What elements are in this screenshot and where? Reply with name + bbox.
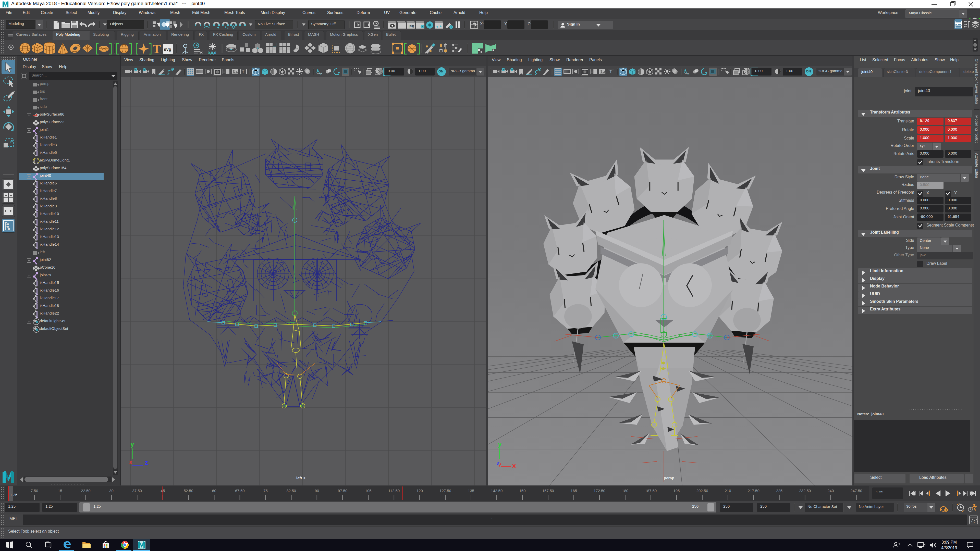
svg-text:7.50: 7.50 bbox=[30, 489, 38, 493]
svg-text:157.50: 157.50 bbox=[542, 489, 554, 493]
svg-text:172.50: 172.50 bbox=[593, 489, 605, 493]
svg-text:22.50: 22.50 bbox=[81, 489, 91, 493]
svg-text:IPR: IPR bbox=[409, 24, 414, 28]
svg-text:142.50: 142.50 bbox=[491, 489, 503, 493]
svg-text:127.50: 127.50 bbox=[439, 489, 451, 493]
svg-text:150: 150 bbox=[519, 489, 525, 493]
svg-text:T: T bbox=[242, 70, 245, 74]
svg-text:187.50: 187.50 bbox=[645, 489, 657, 493]
svg-text:225: 225 bbox=[776, 489, 783, 493]
svg-text:202.50: 202.50 bbox=[697, 489, 708, 493]
svg-text:x: x bbox=[129, 458, 133, 466]
svg-text:232.50: 232.50 bbox=[799, 489, 811, 493]
svg-text:165: 165 bbox=[571, 489, 577, 493]
svg-text:60: 60 bbox=[212, 489, 216, 493]
svg-text:195: 195 bbox=[673, 489, 679, 493]
svg-text:67.50: 67.50 bbox=[235, 489, 245, 493]
svg-text:75: 75 bbox=[263, 489, 268, 493]
svg-text:MAYA: MAYA bbox=[140, 548, 144, 549]
svg-text:15: 15 bbox=[58, 489, 62, 493]
svg-text:37.50: 37.50 bbox=[132, 489, 142, 493]
svg-text:z: z bbox=[145, 459, 148, 466]
svg-text:1: 1 bbox=[945, 508, 947, 512]
svg-text:T: T bbox=[153, 42, 161, 55]
svg-text:135: 135 bbox=[468, 489, 474, 493]
svg-text:52.50: 52.50 bbox=[184, 489, 193, 493]
svg-text:217.50: 217.50 bbox=[748, 489, 759, 493]
svg-text:90: 90 bbox=[315, 489, 319, 493]
svg-text:247.50: 247.50 bbox=[850, 489, 862, 493]
svg-text:svg: svg bbox=[164, 47, 171, 52]
svg-text:y: y bbox=[130, 441, 134, 448]
svg-text:{;}: {;} bbox=[971, 519, 978, 524]
svg-text:0,0,0: 0,0,0 bbox=[208, 51, 216, 55]
svg-text:112.50: 112.50 bbox=[388, 489, 400, 493]
svg-text:x: x bbox=[512, 462, 516, 469]
svg-text:240: 240 bbox=[827, 489, 834, 493]
svg-text:97.50: 97.50 bbox=[338, 489, 348, 493]
svg-text:T: T bbox=[609, 70, 612, 74]
svg-text:105: 105 bbox=[365, 489, 372, 493]
svg-text:y: y bbox=[498, 441, 502, 448]
svg-text:180: 180 bbox=[622, 489, 628, 493]
svg-text:82.50: 82.50 bbox=[286, 489, 296, 493]
svg-text:210: 210 bbox=[725, 489, 731, 493]
svg-text:120: 120 bbox=[417, 489, 423, 493]
svg-text:30: 30 bbox=[109, 489, 114, 493]
